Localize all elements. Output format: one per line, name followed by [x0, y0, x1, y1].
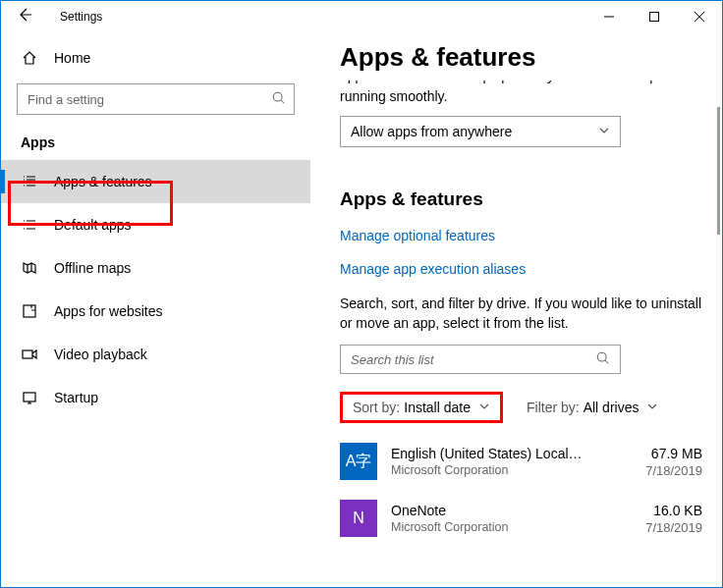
- sidebar-section-header: Apps: [1, 129, 310, 160]
- sidebar-item-label: Apps & features: [54, 174, 152, 189]
- home-nav[interactable]: Home: [1, 38, 310, 78]
- map-icon: [21, 260, 38, 276]
- filter-by-dropdown[interactable]: Filter by: All drives: [527, 400, 658, 415]
- app-tile-icon: A字: [340, 443, 377, 480]
- sidebar-item-label: Apps for websites: [54, 303, 163, 319]
- list-icon: [21, 174, 38, 189]
- svg-rect-4: [24, 393, 35, 401]
- sidebar-item-label: Offline maps: [54, 260, 131, 276]
- search-icon: [272, 91, 286, 108]
- chevron-down-icon: [598, 125, 610, 138]
- app-publisher: Microsoft Corporation: [391, 520, 604, 534]
- sidebar-item-default-apps[interactable]: Default apps: [1, 203, 310, 246]
- website-icon: [21, 303, 38, 319]
- select-value: Allow apps from anywhere: [351, 124, 512, 139]
- manage-execution-aliases-link[interactable]: Manage app execution aliases: [340, 261, 702, 277]
- titlebar: Settings: [1, 1, 722, 32]
- video-icon: [21, 347, 38, 362]
- app-size: 67.9 MB: [618, 446, 702, 461]
- sidebar-item-label: Video playback: [54, 347, 147, 362]
- app-publisher: Microsoft Corporation: [391, 463, 604, 477]
- sidebar: Home Find a setting Apps Apps & features…: [1, 32, 310, 587]
- app-row[interactable]: A字 English (United States) Local Exp... …: [340, 443, 702, 480]
- search-apps-input[interactable]: Search this list: [340, 345, 621, 374]
- window-controls: [586, 1, 722, 32]
- app-date: 7/18/2019: [618, 463, 702, 478]
- back-button[interactable]: [17, 7, 40, 27]
- active-indicator: [1, 170, 5, 193]
- sidebar-search-placeholder: Find a setting: [28, 92, 272, 107]
- sidebar-search[interactable]: Find a setting: [17, 83, 295, 115]
- svg-rect-3: [23, 350, 32, 358]
- app-date: 7/18/2019: [618, 520, 702, 535]
- chevron-down-icon: [646, 401, 658, 414]
- sidebar-item-label: Default apps: [54, 217, 132, 233]
- home-icon: [21, 50, 38, 66]
- sidebar-item-apps-features[interactable]: Apps & features: [1, 160, 310, 203]
- intro-text-clipped: apps from the Store helps protect your P…: [340, 80, 702, 90]
- app-row[interactable]: N OneNote Microsoft Corporation 16.0 KB …: [340, 500, 702, 537]
- sidebar-item-startup[interactable]: Startup: [1, 376, 310, 419]
- page-title: Apps & features: [340, 42, 702, 73]
- startup-icon: [21, 390, 38, 405]
- scrollbar[interactable]: [717, 107, 720, 235]
- apps-subheader: Apps & features: [340, 188, 702, 210]
- window-title: Settings: [40, 10, 102, 24]
- instructions-text: Search, sort, and filter by drive. If yo…: [340, 294, 702, 333]
- app-size: 16.0 KB: [618, 503, 702, 518]
- filter-value: All drives: [584, 400, 640, 415]
- defaults-icon: [21, 217, 38, 233]
- sort-label: Sort by:: [353, 400, 400, 415]
- sidebar-item-offline-maps[interactable]: Offline maps: [1, 246, 310, 290]
- chevron-down-icon: [478, 401, 490, 414]
- sort-by-dropdown[interactable]: Sort by: Install date: [340, 392, 503, 423]
- app-tile-icon: N: [340, 500, 377, 537]
- home-label: Home: [54, 50, 90, 66]
- sidebar-item-video-playback[interactable]: Video playback: [1, 333, 310, 376]
- search-placeholder: Search this list: [351, 352, 434, 367]
- sort-value: Install date: [404, 400, 471, 415]
- svg-rect-2: [24, 305, 35, 317]
- app-name: English (United States) Local Exp...: [391, 446, 585, 461]
- search-icon: [596, 351, 610, 368]
- manage-optional-features-link[interactable]: Manage optional features: [340, 228, 702, 243]
- svg-rect-0: [650, 13, 659, 22]
- sidebar-item-label: Startup: [54, 390, 98, 405]
- app-name: OneNote: [391, 503, 585, 518]
- close-button[interactable]: [677, 1, 722, 32]
- sidebar-item-apps-websites[interactable]: Apps for websites: [1, 290, 310, 333]
- install-source-select[interactable]: Allow apps from anywhere: [340, 116, 621, 147]
- minimize-button[interactable]: [586, 1, 632, 32]
- maximize-button[interactable]: [632, 1, 677, 32]
- filter-label: Filter by:: [527, 400, 580, 415]
- content-pane: Apps & features apps from the Store help…: [310, 32, 722, 587]
- intro-text-line2: running smoothly.: [340, 88, 702, 110]
